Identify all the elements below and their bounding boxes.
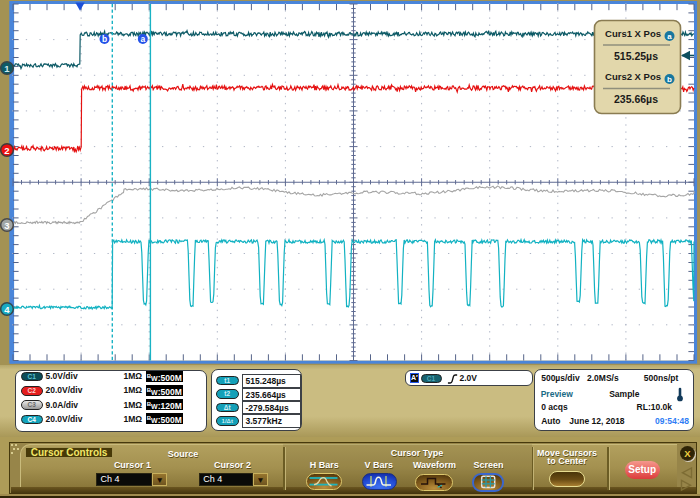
svg-text:a: a <box>140 34 145 44</box>
svg-text:Curs1 X Pos: Curs1 X Pos <box>605 28 661 39</box>
svg-text:3: 3 <box>4 220 9 231</box>
svg-text:515.25µs: 515.25µs <box>614 50 658 62</box>
svg-text:b: b <box>667 75 672 84</box>
svg-text:Curs2 X Pos: Curs2 X Pos <box>605 71 661 82</box>
svg-text:a: a <box>667 32 672 41</box>
svg-text:1: 1 <box>4 63 10 74</box>
svg-text:4: 4 <box>4 304 10 315</box>
svg-text:235.66µs: 235.66µs <box>614 93 658 105</box>
svg-text:2: 2 <box>4 145 9 156</box>
svg-text:b: b <box>102 34 107 44</box>
